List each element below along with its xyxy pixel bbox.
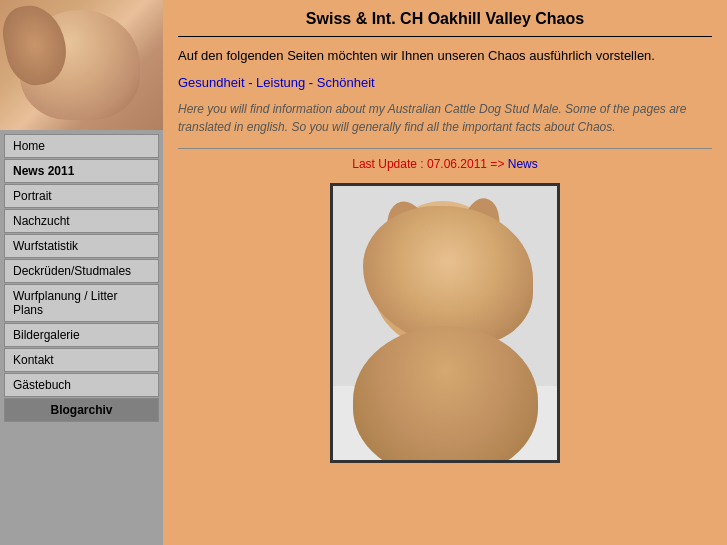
svg-point-9 bbox=[457, 247, 461, 251]
svg-point-2 bbox=[373, 221, 523, 351]
last-update-link: News bbox=[504, 157, 537, 171]
content-links: Gesundheit - Leistung - Schönheit bbox=[178, 75, 712, 90]
sidebar-item-deckrueden[interactable]: Deckrüden/Studmales bbox=[4, 259, 159, 283]
sidebar-item-wurfplanung[interactable]: Wurfplanung / Litter Plans bbox=[4, 284, 159, 322]
title-divider bbox=[178, 36, 712, 37]
svg-point-15 bbox=[467, 331, 503, 381]
english-description: Here you will find information about my … bbox=[178, 100, 712, 136]
link-gesundheit[interactable]: Gesundheit bbox=[178, 75, 245, 90]
intro-text: Auf den folgenden Seiten möchten wir Ihn… bbox=[178, 47, 712, 65]
svg-rect-0 bbox=[333, 186, 560, 463]
svg-point-7 bbox=[424, 250, 428, 254]
sidebar-dog-photo bbox=[0, 0, 163, 130]
dog-photo-svg bbox=[333, 186, 560, 463]
svg-point-14 bbox=[395, 334, 435, 389]
page-layout: Home News 2011 Portrait Nachzucht Wurfst… bbox=[0, 0, 727, 545]
sidebar-item-kontakt[interactable]: Kontakt bbox=[4, 348, 159, 372]
sidebar-item-wurfstatistik[interactable]: Wurfstatistik bbox=[4, 234, 159, 258]
content-divider bbox=[178, 148, 712, 149]
last-update-label: Last Update : 07.06.2011 => bbox=[352, 157, 504, 171]
svg-point-16 bbox=[430, 373, 440, 383]
svg-point-6 bbox=[422, 248, 434, 260]
sidebar-item-home[interactable]: Home bbox=[4, 134, 159, 158]
svg-point-13 bbox=[401, 331, 501, 421]
sidebar-item-bildergalerie[interactable]: Bildergalerie bbox=[4, 323, 159, 347]
sidebar-item-news2011[interactable]: News 2011 bbox=[4, 159, 159, 183]
svg-point-11 bbox=[423, 253, 467, 289]
sidebar-item-gaestebuch[interactable]: Gästebuch bbox=[4, 373, 159, 397]
link-schoenheit[interactable]: Schönheit bbox=[317, 75, 375, 90]
svg-point-18 bbox=[460, 371, 470, 381]
svg-point-21 bbox=[430, 375, 470, 407]
svg-point-3 bbox=[388, 201, 498, 301]
last-update-text: Last Update : 07.06.2011 => News bbox=[178, 157, 712, 171]
svg-point-19 bbox=[462, 373, 465, 376]
dog-photo-container bbox=[178, 183, 712, 463]
sidebar: Home News 2011 Portrait Nachzucht Wurfst… bbox=[0, 0, 163, 545]
svg-point-10 bbox=[435, 267, 455, 281]
svg-point-8 bbox=[455, 245, 467, 257]
sidebar-item-portrait[interactable]: Portrait bbox=[4, 184, 159, 208]
navigation-menu: Home News 2011 Portrait Nachzucht Wurfst… bbox=[0, 132, 163, 424]
svg-point-17 bbox=[432, 375, 435, 378]
link-separator-2: - bbox=[309, 75, 317, 90]
page-title: Swiss & Int. CH Oakhill Valley Chaos bbox=[178, 10, 712, 28]
svg-point-20 bbox=[441, 388, 459, 400]
dog-photo bbox=[330, 183, 560, 463]
svg-point-12 bbox=[388, 346, 518, 456]
svg-rect-1 bbox=[333, 386, 560, 463]
sidebar-item-nachzucht[interactable]: Nachzucht bbox=[4, 209, 159, 233]
link-separator-1: - bbox=[248, 75, 256, 90]
main-content: Swiss & Int. CH Oakhill Valley Chaos Auf… bbox=[163, 0, 727, 545]
sidebar-item-blogarchiv[interactable]: Blogarchiv bbox=[4, 398, 159, 422]
link-leistung[interactable]: Leistung bbox=[256, 75, 305, 90]
